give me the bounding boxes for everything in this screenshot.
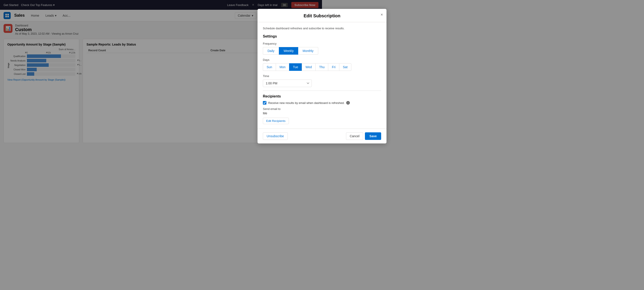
email-checkbox-label: Receive new results by email when dashbo… <box>268 101 322 105</box>
settings-section-title: Settings <box>263 34 322 38</box>
frequency-weekly-button[interactable]: Weekly <box>279 47 298 55</box>
send-email-to-label: Send email to <box>263 107 322 111</box>
time-field-group: Time 12:00 AM 1:00 AM 6:00 AM 8:00 AM 9:… <box>263 74 322 87</box>
time-select[interactable]: 12:00 AM 1:00 AM 6:00 AM 8:00 AM 9:00 AM… <box>263 80 312 87</box>
day-sun-button[interactable]: Sun <box>263 63 276 71</box>
frequency-daily-button[interactable]: Daily <box>263 47 279 55</box>
modal-divider <box>263 91 322 91</box>
days-field-group: Days Sun Mon Tue Wed Thu Fri Sat <box>263 58 322 71</box>
day-mon-button[interactable]: Mon <box>276 63 289 71</box>
day-thu-button[interactable]: Thu <box>315 63 322 71</box>
email-checkbox[interactable] <box>263 101 266 105</box>
edit-recipients-button[interactable]: Edit Recipients <box>263 118 289 124</box>
time-label: Time <box>263 74 322 78</box>
modal-header: Edit Subscription × <box>258 9 322 22</box>
modal-body: Schedule dashboard refreshes and subscri… <box>258 22 322 129</box>
frequency-monthly-button[interactable]: Monthly <box>298 47 318 55</box>
modal-overlay: Edit Subscription × Schedule dashboard r… <box>0 0 322 145</box>
modal-description: Schedule dashboard refreshes and subscri… <box>263 27 322 30</box>
days-button-group: Sun Mon Tue Wed Thu Fri Sat <box>263 63 322 71</box>
email-checkbox-row: Receive new results by email when dashbo… <box>263 101 322 105</box>
day-tue-button[interactable]: Tue <box>289 63 302 71</box>
days-label: Days <box>263 58 322 61</box>
frequency-button-group: Daily Weekly Monthly <box>263 47 322 55</box>
frequency-label: Frequency <box>263 42 322 45</box>
send-email-to-value: Me <box>263 112 322 115</box>
edit-subscription-modal: Edit Subscription × Schedule dashboard r… <box>258 9 322 144</box>
modal-title: Edit Subscription <box>263 13 322 18</box>
frequency-field-group: Frequency Daily Weekly Monthly <box>263 42 322 55</box>
modal-footer: Unsubscribe Cancel Save <box>258 129 322 144</box>
unsubscribe-button[interactable]: Unsubscribe <box>263 132 288 140</box>
recipients-section-title: Recipients <box>263 94 322 98</box>
day-wed-button[interactable]: Wed <box>302 63 316 71</box>
